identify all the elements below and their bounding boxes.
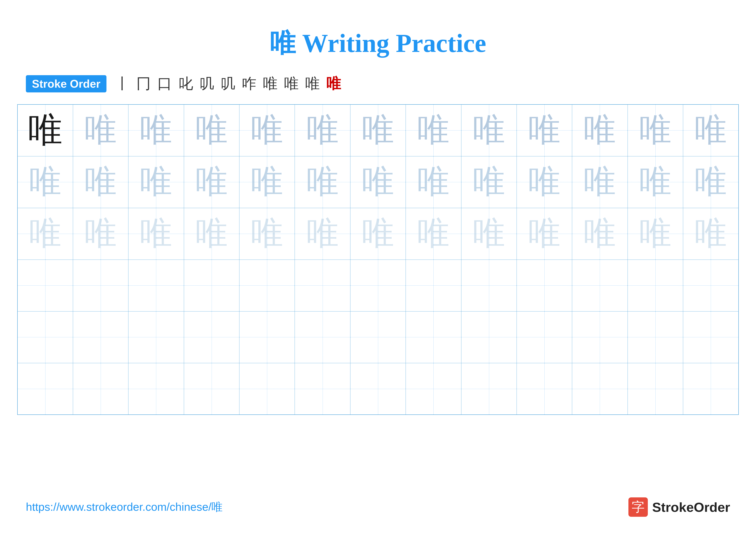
- grid-cell[interactable]: 唯: [73, 105, 128, 156]
- grid-cell[interactable]: 唯: [461, 208, 517, 260]
- grid-cell[interactable]: [295, 311, 350, 363]
- grid-cell[interactable]: 唯: [184, 105, 239, 156]
- grid-cell[interactable]: 唯: [17, 105, 73, 156]
- grid-cell[interactable]: 唯: [128, 156, 184, 208]
- stroke-sequence: 丨 冂 口 叱 叽 叽 咋 唯 唯 唯 唯: [115, 74, 341, 93]
- grid-cell[interactable]: 唯: [239, 105, 295, 156]
- grid-cell[interactable]: [406, 311, 461, 363]
- logo-text: StrokeOrder: [652, 499, 730, 515]
- stroke-step-3: 口: [157, 74, 172, 93]
- grid-cell[interactable]: [184, 363, 239, 415]
- grid-cell[interactable]: 唯: [73, 156, 128, 208]
- grid-cell[interactable]: 唯: [572, 156, 628, 208]
- grid-cell[interactable]: [461, 260, 517, 311]
- grid-cell[interactable]: 唯: [406, 208, 461, 260]
- grid-cell[interactable]: 唯: [295, 105, 350, 156]
- footer-url: https://www.strokeorder.com/chinese/唯: [26, 499, 223, 515]
- grid-cell[interactable]: 唯: [295, 208, 350, 260]
- stroke-step-7: 咋: [242, 74, 256, 93]
- grid-cell[interactable]: [17, 311, 73, 363]
- logo-icon: 字: [629, 497, 648, 517]
- grid-cell[interactable]: [128, 311, 184, 363]
- grid-cell[interactable]: 唯: [350, 156, 406, 208]
- grid-cell[interactable]: [350, 363, 406, 415]
- grid-cell[interactable]: 唯: [73, 208, 128, 260]
- grid-cell[interactable]: 唯: [350, 208, 406, 260]
- grid-cell[interactable]: 唯: [406, 156, 461, 208]
- grid-cell[interactable]: [628, 363, 683, 415]
- title-english-text: Writing Practice: [296, 29, 486, 58]
- grid-cell[interactable]: [406, 260, 461, 311]
- grid-cell[interactable]: 唯: [239, 208, 295, 260]
- grid-cell[interactable]: 唯: [683, 156, 739, 208]
- grid-cell[interactable]: [184, 311, 239, 363]
- grid-cell[interactable]: 唯: [184, 208, 239, 260]
- grid-cell[interactable]: [239, 311, 295, 363]
- grid-cell[interactable]: 唯: [295, 156, 350, 208]
- grid-cell[interactable]: [683, 311, 739, 363]
- grid-cell[interactable]: 唯: [628, 105, 683, 156]
- grid-cell[interactable]: [128, 260, 184, 311]
- grid-cell[interactable]: [628, 260, 683, 311]
- grid-cell[interactable]: [683, 260, 739, 311]
- table-row: 唯 唯 唯 唯 唯 唯 唯 唯 唯 唯 唯 唯 唯: [17, 105, 739, 156]
- table-row: 唯 唯 唯 唯 唯 唯 唯 唯 唯 唯 唯 唯 唯: [17, 208, 739, 260]
- footer: https://www.strokeorder.com/chinese/唯 字 …: [0, 497, 756, 517]
- grid-cell[interactable]: [461, 363, 517, 415]
- stroke-order-badge: Stroke Order: [26, 75, 106, 92]
- grid-cell[interactable]: 唯: [517, 208, 572, 260]
- grid-cell[interactable]: [572, 363, 628, 415]
- grid-cell[interactable]: [128, 363, 184, 415]
- grid-cell[interactable]: 唯: [683, 105, 739, 156]
- grid-cell[interactable]: [572, 260, 628, 311]
- grid-cell[interactable]: 唯: [461, 105, 517, 156]
- table-row: [17, 363, 739, 415]
- grid-cell[interactable]: 唯: [184, 156, 239, 208]
- grid-cell[interactable]: [683, 363, 739, 415]
- grid-cell[interactable]: [572, 311, 628, 363]
- grid-cell[interactable]: [239, 260, 295, 311]
- grid-cell[interactable]: 唯: [17, 208, 73, 260]
- stroke-step-1: 丨: [115, 74, 130, 93]
- grid-cell[interactable]: 唯: [628, 156, 683, 208]
- grid-cell[interactable]: [350, 311, 406, 363]
- grid-cell[interactable]: [295, 363, 350, 415]
- grid-cell[interactable]: [628, 311, 683, 363]
- grid-cell[interactable]: [17, 260, 73, 311]
- grid-cell[interactable]: [350, 260, 406, 311]
- grid-cell[interactable]: 唯: [572, 105, 628, 156]
- grid-cell[interactable]: 唯: [350, 105, 406, 156]
- grid-cell[interactable]: [517, 260, 572, 311]
- grid-cell[interactable]: [517, 363, 572, 415]
- table-row: [17, 260, 739, 311]
- grid-cell[interactable]: [73, 260, 128, 311]
- grid-cell[interactable]: 唯: [17, 156, 73, 208]
- grid-cell[interactable]: [461, 311, 517, 363]
- grid-cell[interactable]: 唯: [572, 208, 628, 260]
- practice-grid-container: 唯 唯 唯 唯 唯 唯 唯 唯 唯 唯 唯 唯 唯 唯 唯 唯 唯 唯 唯 唯 …: [0, 104, 756, 415]
- grid-cell[interactable]: [17, 363, 73, 415]
- grid-cell[interactable]: 唯: [239, 156, 295, 208]
- grid-cell[interactable]: [184, 260, 239, 311]
- grid-cell[interactable]: [295, 260, 350, 311]
- grid-cell[interactable]: 唯: [406, 105, 461, 156]
- stroke-step-11: 唯: [326, 74, 341, 93]
- grid-cell[interactable]: 唯: [128, 105, 184, 156]
- grid-cell[interactable]: 唯: [628, 208, 683, 260]
- grid-cell[interactable]: 唯: [683, 208, 739, 260]
- grid-cell[interactable]: 唯: [128, 208, 184, 260]
- grid-cell[interactable]: [73, 311, 128, 363]
- grid-cell[interactable]: [406, 363, 461, 415]
- grid-cell[interactable]: 唯: [517, 105, 572, 156]
- stroke-order-row: Stroke Order 丨 冂 口 叱 叽 叽 咋 唯 唯 唯 唯: [0, 74, 756, 93]
- grid-cell[interactable]: [239, 363, 295, 415]
- stroke-step-2: 冂: [136, 74, 151, 93]
- grid-cell[interactable]: 唯: [517, 156, 572, 208]
- grid-cell[interactable]: [73, 363, 128, 415]
- practice-grid: 唯 唯 唯 唯 唯 唯 唯 唯 唯 唯 唯 唯 唯 唯 唯 唯 唯 唯 唯 唯 …: [17, 104, 739, 415]
- grid-cell[interactable]: 唯: [461, 156, 517, 208]
- grid-cell[interactable]: [517, 311, 572, 363]
- stroke-step-9: 唯: [284, 74, 299, 93]
- stroke-step-4: 叱: [178, 74, 193, 93]
- footer-logo: 字 StrokeOrder: [629, 497, 730, 517]
